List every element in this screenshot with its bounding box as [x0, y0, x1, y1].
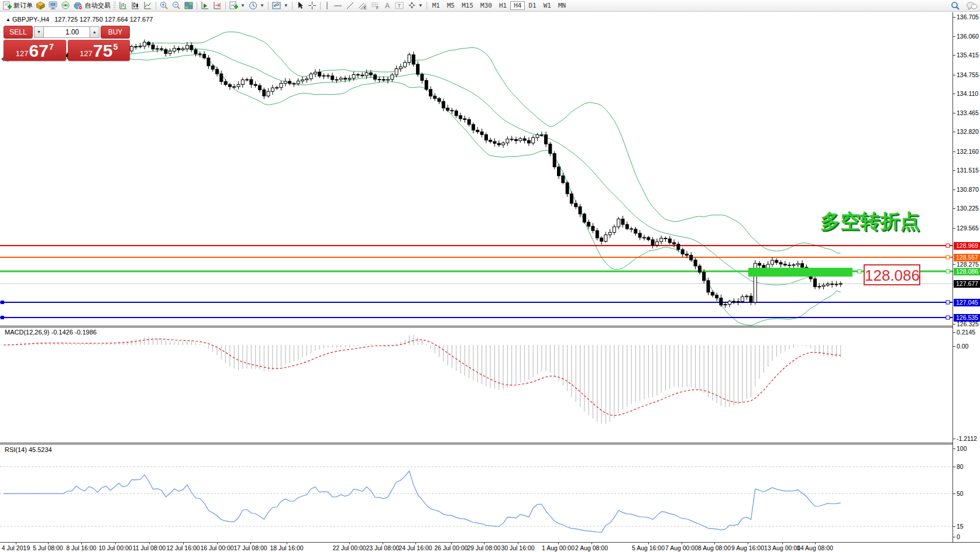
- volume-input[interactable]: 1.00: [44, 26, 90, 38]
- periods-clock-dropdown[interactable]: ▼: [247, 1, 266, 11]
- rsi-panel[interactable]: [0, 444, 953, 542]
- timeframe-button-m15[interactable]: M15: [458, 1, 477, 10]
- zoom-out-button[interactable]: [170, 1, 183, 11]
- chart-shift-button[interactable]: [211, 1, 223, 11]
- axis-tick-mark: [953, 332, 955, 333]
- hline-anchor[interactable]: [946, 301, 950, 304]
- axis-tick-mark: [953, 264, 955, 265]
- toolbar-grip: [114, 2, 116, 10]
- rsi-axis-value: 80: [957, 463, 964, 470]
- candlestick-chart-type-button[interactable]: [129, 1, 142, 11]
- sell-button[interactable]: SELL: [4, 26, 33, 39]
- hline-anchor[interactable]: [946, 316, 950, 319]
- hline-anchor[interactable]: [1, 301, 4, 304]
- channel-tool-button[interactable]: E: [356, 1, 369, 11]
- sell-price-panel[interactable]: 127 67 7: [4, 40, 66, 61]
- macd-axis-value: -1.2112: [957, 435, 977, 442]
- chat-icon[interactable]: [966, 1, 978, 11]
- axis-tick-mark: [953, 537, 955, 537]
- cursor-tool-button[interactable]: [294, 1, 306, 11]
- line-chart-type-button[interactable]: [142, 1, 154, 11]
- timeframe-group: M1M5M15M30H1H4D1W1MN: [429, 2, 570, 9]
- new-chart-dropdown[interactable]: ▼: [228, 1, 247, 11]
- arrows-tool-dropdown[interactable]: ▼: [406, 1, 425, 11]
- price-tick: 136.705: [957, 13, 979, 20]
- vertical-line-tool-button[interactable]: [322, 1, 332, 11]
- chart-annotation-text[interactable]: 多空转折点: [820, 208, 920, 235]
- timeframe-button-mn[interactable]: MN: [555, 1, 569, 10]
- buy-button[interactable]: BUY: [101, 26, 130, 39]
- autotrading-button[interactable]: 自动交易: [72, 1, 112, 11]
- price-chart[interactable]: [0, 12, 953, 326]
- timeframe-button-h4[interactable]: H4: [510, 1, 525, 10]
- axis-tick-mark: [953, 346, 955, 347]
- toolbar-separator: [320, 2, 321, 10]
- tile-windows-button[interactable]: [183, 1, 195, 11]
- time-label: 2 Aug 08:00: [565, 544, 618, 551]
- timeframe-button-w1[interactable]: W1: [540, 1, 555, 10]
- fibonacci-tool-button[interactable]: F: [369, 1, 382, 11]
- object-anchor[interactable]: [858, 270, 861, 273]
- axis-tick-mark: [953, 170, 955, 171]
- crosshair-tool-button[interactable]: [306, 1, 318, 11]
- price-tick: 129.565: [957, 225, 979, 232]
- market-watch-button[interactable]: [35, 1, 47, 11]
- zoom-in-button[interactable]: [158, 1, 170, 11]
- text-tool-button[interactable]: A: [382, 1, 393, 11]
- sell-price-big: 67: [29, 42, 49, 60]
- signals-button[interactable]: [60, 1, 72, 11]
- axis-tick-mark: [953, 132, 955, 132]
- panel-collapse-arrow[interactable]: ▲: [6, 17, 11, 22]
- chart-shift-icon: [213, 1, 222, 10]
- timeframe-button-d1[interactable]: D1: [525, 1, 539, 10]
- hline-anchor[interactable]: [946, 270, 950, 273]
- volume-increase-button[interactable]: ▲: [90, 26, 99, 38]
- symbol-period: GBPJPY-,H4: [12, 16, 49, 23]
- buy-price-big: 75: [93, 42, 112, 60]
- templates-dropdown[interactable]: ▼: [270, 1, 290, 11]
- new-order-button[interactable]: 新订单: [1, 1, 35, 11]
- terminal-button[interactable]: [47, 1, 60, 11]
- timeframe-button-m30[interactable]: M30: [477, 1, 496, 10]
- price-tick: 128.275: [957, 261, 979, 268]
- mt4-terminal: 新订单 自动交易: [0, 0, 980, 552]
- gold-cube-icon: [36, 1, 45, 10]
- label-tool-button[interactable]: T: [393, 1, 406, 11]
- axis-tick-mark: [953, 55, 955, 56]
- toolbar-right: [951, 0, 978, 12]
- time-axis[interactable]: 4 Jul 20195 Jul 08:008 Jul 16:0010 Jul 0…: [0, 542, 980, 552]
- time-label: 18 Jul 16:00: [260, 544, 313, 551]
- green-zone-rectangle[interactable]: [748, 268, 852, 277]
- autoscroll-button[interactable]: [199, 1, 211, 11]
- toolbar: 新订单 自动交易: [0, 0, 980, 12]
- chevron-down-icon: ▼: [284, 3, 288, 8]
- hline-anchor[interactable]: [946, 244, 950, 247]
- price-axis[interactable]: 136.705136.060135.415134.755134.110133.4…: [953, 12, 980, 542]
- new-order-icon: [3, 1, 12, 10]
- autotrading-label: 自动交易: [85, 1, 111, 10]
- price-callout-box[interactable]: 128.086: [864, 264, 920, 285]
- timeframe-button-h1[interactable]: H1: [496, 1, 510, 10]
- price-tick: 131.515: [957, 167, 979, 174]
- price-tick: 130.225: [957, 205, 979, 212]
- buy-price-panel[interactable]: 127 75 5: [68, 40, 130, 61]
- text-icon: A: [384, 1, 391, 10]
- trendline-tool-button[interactable]: [344, 1, 356, 11]
- bar-chart-type-button[interactable]: [117, 1, 129, 11]
- axis-tick-mark: [953, 448, 955, 449]
- volume-decrease-button[interactable]: ▼: [34, 26, 44, 38]
- timeframe-button-m1[interactable]: M1: [429, 1, 443, 10]
- macd-axis-value: 0.00: [957, 343, 968, 350]
- axis-tick-mark: [953, 94, 955, 94]
- hline-anchor[interactable]: [946, 256, 950, 259]
- macd-panel[interactable]: [0, 327, 953, 443]
- svg-text:F: F: [376, 6, 379, 10]
- horizontal-line-tool-button[interactable]: [332, 1, 344, 11]
- equidistant-channel-icon: E: [358, 1, 367, 10]
- price-tick: 133.465: [957, 109, 979, 116]
- hline-anchor[interactable]: [1, 316, 4, 319]
- timeframe-button-m5[interactable]: M5: [443, 1, 458, 10]
- svg-text:T: T: [397, 3, 401, 9]
- search-icon[interactable]: [951, 1, 960, 11]
- price-tick: 135.415: [957, 51, 979, 58]
